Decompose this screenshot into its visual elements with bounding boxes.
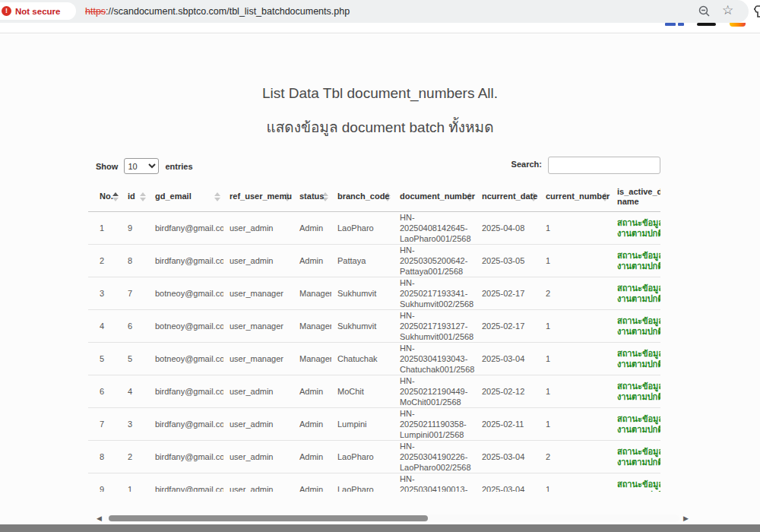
show-label: Show (96, 162, 118, 171)
scrollbar-thumb[interactable] (109, 515, 428, 521)
address-bar[interactable]: ! Not secure https://scandocument.sbptco… (0, 0, 749, 23)
table-cell: 2025-02-17 (476, 309, 540, 342)
table-cell: 7 (122, 277, 149, 309)
table-cell: 1 (540, 342, 611, 375)
table-cell: Lumpini (331, 407, 394, 440)
table-cell: LaoPharo (331, 440, 394, 473)
search-label: Search: (511, 160, 542, 169)
column-header[interactable]: gd_email (149, 182, 223, 211)
table-cell: birdfany@gmail.com (149, 244, 223, 277)
clipped-logo-black-icon (697, 23, 716, 26)
table-cell: birdfany@gmail.com (149, 211, 223, 244)
partial-browser-icon[interactable] (751, 5, 760, 18)
column-header[interactable]: ncurrent_date (476, 182, 540, 211)
table-cell: Sukhumvit (331, 277, 394, 309)
table-cell: user_admin (223, 244, 293, 277)
page-length-select[interactable]: 10 (124, 158, 159, 174)
table-cell: Admin (293, 407, 331, 440)
table-cell: สถานะข้อมูลเปิดใช้ งานตามปกติ (611, 211, 660, 244)
page-length-control: Show 10 entries (96, 158, 193, 174)
browser-toolbar: ! Not secure https://scandocument.sbptco… (0, 0, 760, 23)
table-row: 28birdfany@gmail.comuser_adminAdminPatta… (88, 244, 660, 277)
table-cell: 4 (88, 309, 122, 342)
table-cell: HN-20250217193127- Sukhumvit001/2568 (394, 309, 476, 342)
column-header[interactable]: is_active_doc_ name (611, 182, 660, 211)
table-cell: user_admin (223, 211, 293, 244)
sort-carets-icon (602, 192, 608, 201)
table-cell: 2025-02-17 (476, 277, 540, 309)
column-header-label: current_number (546, 192, 610, 201)
table-cell: 7 (88, 407, 122, 440)
table-cell: สถานะข้อมูลเปิดใช้ งานตามปกติ (611, 277, 660, 309)
column-header-label: branch_code (337, 192, 389, 201)
table-cell: 2025-03-04 (476, 473, 540, 492)
table-cell: birdfany@gmail.com (149, 375, 223, 407)
table-cell: user_manager (223, 309, 293, 342)
table-cell: Manager (293, 342, 331, 375)
search-input[interactable] (548, 157, 660, 174)
table-cell: user_admin (223, 407, 293, 440)
table-cell: สถานะข้อมูลเปิดใช้ งานตามปกติ (611, 473, 660, 492)
table-cell: Chatuchak (331, 342, 394, 375)
scroll-right-arrow-icon[interactable]: ▶ (683, 515, 689, 522)
table-cell: LaoPharo (331, 211, 394, 244)
bottom-gray-bar (0, 524, 760, 532)
table-cell: birdfany@gmail.com (149, 407, 223, 440)
table-scroll-container[interactable]: No.idgd_emailref_user_memustatusbranch_c… (88, 182, 660, 492)
page-top-strip (0, 23, 760, 33)
table-cell: Admin (293, 473, 331, 492)
table-row: 73birdfany@gmail.comuser_adminAdminLumpi… (88, 407, 660, 440)
column-header[interactable]: id (122, 182, 149, 211)
table-cell: user_admin (223, 440, 293, 473)
horizontal-scrollbar[interactable]: ◀ ▶ (97, 512, 689, 524)
column-header-label: gd_email (155, 192, 192, 201)
column-header[interactable]: ref_user_memu (223, 182, 293, 211)
column-header-label: is_active_doc_ name (617, 187, 660, 206)
table-cell: 2025-03-04 (476, 342, 540, 375)
scroll-left-arrow-icon[interactable]: ◀ (97, 515, 102, 522)
data-table: No.idgd_emailref_user_memustatusbranch_c… (88, 182, 660, 492)
table-cell: user_manager (223, 277, 293, 309)
table-row: 37botneoy@gmail.comuser_managerManagerSu… (88, 277, 660, 309)
sort-carets-icon (467, 192, 473, 201)
datatable-wrapper: Show 10 entries Search: No.idgd_emailref… (88, 157, 660, 492)
table-cell: สถานะข้อมูลเปิดใช้ งานตามปกติ (611, 342, 660, 375)
table-cell: Admin (293, 375, 331, 407)
table-cell: birdfany@gmail.com (149, 473, 223, 492)
zoom-out-icon[interactable] (698, 5, 711, 18)
table-cell: 9 (88, 473, 122, 492)
sort-carets-icon (530, 192, 537, 201)
clipped-logo-gradient-icon (730, 23, 746, 27)
table-cell: 2 (122, 440, 149, 473)
table-cell: 1 (540, 407, 611, 440)
table-cell: Sukhumvit (331, 309, 394, 342)
not-secure-chip[interactable]: ! Not secure (0, 2, 76, 20)
warning-icon: ! (2, 6, 11, 16)
column-header-label: ncurrent_date (482, 192, 537, 201)
column-header-label: No. (100, 192, 113, 201)
table-cell: 2025-02-12 (476, 375, 540, 407)
column-header[interactable]: No. (88, 182, 122, 211)
clipped-logo-blue2-icon (678, 23, 684, 26)
bookmark-star-icon[interactable]: ☆ (722, 2, 736, 16)
scrollbar-track[interactable] (106, 515, 679, 522)
column-header[interactable]: document_number (394, 182, 476, 211)
table-cell: 3 (122, 407, 149, 440)
table-cell: botneoy@gmail.com (149, 277, 223, 309)
table-cell: HN-20250211190358- Lumpini001/2568 (394, 407, 476, 440)
table-cell: HN-20250304193043- Chatuchak001/2568 (394, 342, 476, 375)
column-header[interactable]: branch_code (331, 182, 394, 211)
table-cell: Manager (293, 277, 331, 309)
table-cell: 6 (88, 375, 122, 407)
table-cell: Pattaya (331, 244, 394, 277)
table-cell: 3 (88, 277, 122, 309)
table-cell: user_manager (223, 342, 293, 375)
entries-label: entries (165, 162, 192, 171)
sort-carets-icon (385, 192, 391, 201)
column-header[interactable]: status (293, 182, 331, 211)
column-header[interactable]: current_number (540, 182, 611, 211)
search-control: Search: (511, 157, 660, 174)
table-row: 82birdfany@gmail.comuser_adminAdminLaoPh… (88, 440, 660, 473)
table-cell: สถานะข้อมูลเปิดใช้ งานตามปกติ (611, 309, 660, 342)
table-row: 55botneoy@gmail.comuser_managerManagerCh… (88, 342, 660, 375)
